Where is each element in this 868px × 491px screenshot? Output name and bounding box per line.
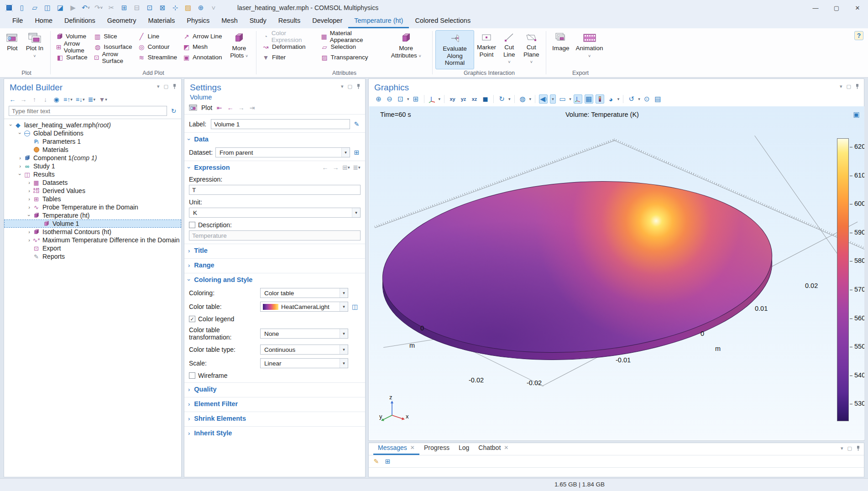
expand-icon[interactable]: › xyxy=(26,229,32,235)
pin-icon[interactable] xyxy=(855,84,859,89)
rotate-view-icon[interactable]: ↻ xyxy=(497,94,506,104)
maximize-button[interactable]: ▢ xyxy=(826,0,847,16)
expand-icon[interactable]: › xyxy=(17,163,23,169)
tab-results[interactable]: Results xyxy=(272,15,306,28)
view-xz-icon[interactable]: xz xyxy=(470,94,479,104)
tab-log[interactable]: Log xyxy=(454,442,474,455)
tree-item-max-temp-difference[interactable]: › ∿* Maximum Temperature Difference in t… xyxy=(4,236,181,244)
tree-item-parameters[interactable]: Pᵢ Parameters 1 xyxy=(4,137,181,146)
render-options-icon[interactable]: ▭ xyxy=(558,94,567,104)
mesh-button[interactable]: ◩ Mesh xyxy=(180,42,225,52)
collapse-icon[interactable]: › xyxy=(26,212,32,219)
tab-colored-selections[interactable]: Colored Selections xyxy=(409,15,476,28)
arrow-volume-button[interactable]: ⊞ Arrow Volume xyxy=(53,42,91,52)
collapse-icon[interactable]: › xyxy=(8,122,14,128)
show-icon[interactable]: ◉ xyxy=(52,95,60,104)
model-tree-filter-icon[interactable]: ▼▾ xyxy=(99,95,107,104)
settings-plot-button[interactable]: Plot xyxy=(201,104,212,111)
highlight-region-icon[interactable]: ▨ xyxy=(183,2,193,13)
expand-icon[interactable]: › xyxy=(26,196,32,202)
color-palette-icon[interactable]: ◕ xyxy=(607,94,615,104)
play-icon[interactable]: ▶ xyxy=(68,2,78,13)
section-data[interactable]: › Data xyxy=(184,132,365,146)
color-table-transformation-select[interactable]: None▾ xyxy=(260,329,348,339)
tab-temperature-ht[interactable]: Temperature (ht) xyxy=(348,15,409,28)
tab-file[interactable]: File xyxy=(6,15,29,28)
chevron-down-icon[interactable]: ▾ xyxy=(529,97,532,101)
paste-icon[interactable]: ⊟ xyxy=(131,2,142,13)
tree-filter-input[interactable] xyxy=(9,106,167,116)
section-expression[interactable]: › Expression ← → ⊞▾ ≣▾ xyxy=(184,161,365,174)
tree-item-component[interactable]: › Component 1 (comp 1) xyxy=(4,154,181,162)
edit-dataset-icon[interactable]: ⊞ xyxy=(353,148,361,157)
plot-properties-icon[interactable]: ▣ xyxy=(852,110,861,119)
dataset-select[interactable]: From parent▾ xyxy=(215,147,350,157)
material-appearance-button[interactable]: ▦ Material Appearance xyxy=(318,31,383,42)
open-icon[interactable]: ▱ xyxy=(29,2,40,13)
selection-button[interactable]: ▱ Selection xyxy=(318,42,383,52)
refresh-filter-icon[interactable]: ↻ xyxy=(170,107,178,115)
cut-icon[interactable]: ✂ xyxy=(106,2,117,13)
panel-menu-icon[interactable]: ▾ xyxy=(157,84,160,89)
tab-geometry[interactable]: Geometry xyxy=(101,15,142,28)
tree-item-results[interactable]: › ◫ Results xyxy=(4,170,181,178)
plot-icon[interactable] xyxy=(189,104,198,111)
redo-icon[interactable]: ↷˅ xyxy=(93,2,104,13)
close-icon[interactable]: ✕ xyxy=(504,444,508,451)
plot-in-button[interactable]: Plot In ˅ xyxy=(22,30,47,61)
section-quality[interactable]: › Quality xyxy=(184,382,365,396)
tab-materials[interactable]: Materials xyxy=(142,15,181,28)
tree-item-study[interactable]: › ∞ Study 1 xyxy=(4,162,181,170)
copy-icon[interactable]: ⊞ xyxy=(119,2,130,13)
expand-icon[interactable]: › xyxy=(26,237,32,243)
float-panel-icon[interactable]: ▢ xyxy=(847,445,852,451)
tree-item-isothermal-contours[interactable]: › Isothermal Contours (ht) xyxy=(4,228,181,236)
tree-item-probe-temperature[interactable]: › ∿ Probe Temperature in the Domain xyxy=(4,203,181,211)
tab-progress[interactable]: Progress xyxy=(419,442,454,455)
previous-solution-icon[interactable]: ← xyxy=(226,104,234,112)
section-title[interactable]: › Title xyxy=(184,244,365,257)
node-group-icon[interactable]: ≣▾ xyxy=(88,95,95,104)
tree-item-materials[interactable]: Materials xyxy=(4,146,181,154)
float-panel-icon[interactable]: ▢ xyxy=(164,84,168,89)
expand-icon[interactable]: › xyxy=(17,155,23,161)
next-solution-icon[interactable]: → xyxy=(237,104,245,112)
surface-button[interactable]: ◧ Surface xyxy=(53,52,91,63)
evaluate-along-normal-button[interactable]: Evaluate Along Normal xyxy=(435,30,474,69)
new-file-icon[interactable]: ▯ xyxy=(16,2,27,13)
zoom-box-icon[interactable]: ⊡ xyxy=(396,94,405,104)
delete-icon[interactable]: ⊠ xyxy=(157,2,168,13)
collapse-icon[interactable]: › xyxy=(17,171,23,178)
help-icon[interactable]: ? xyxy=(854,31,863,40)
unit-select[interactable]: K▾ xyxy=(189,208,361,218)
animation-button[interactable]: Animation˅ xyxy=(573,30,607,61)
collapse-icon[interactable]: › xyxy=(17,130,23,136)
tab-home[interactable]: Home xyxy=(29,15,58,28)
expand-icon[interactable]: › xyxy=(26,188,32,193)
tab-chatbot[interactable]: Chatbot✕ xyxy=(474,442,513,455)
next-node-icon[interactable]: → xyxy=(20,95,27,104)
last-solution-icon[interactable]: ⇥ xyxy=(248,104,256,112)
view-yz-icon[interactable]: yz xyxy=(459,94,468,104)
panel-menu-icon[interactable]: ▾ xyxy=(341,84,344,89)
tab-mesh[interactable]: Mesh xyxy=(215,15,243,28)
section-range[interactable]: › Range xyxy=(184,258,365,272)
expand-all-icon[interactable]: ≡↑▾ xyxy=(63,95,73,104)
previous-expression-icon[interactable]: ← xyxy=(321,163,329,172)
description-checkbox[interactable] xyxy=(189,222,195,228)
expression-menu-icon[interactable]: ≣▾ xyxy=(353,163,361,172)
tree-item-volume-1[interactable]: Volume 1 xyxy=(4,219,181,228)
minimize-button[interactable]: — xyxy=(805,0,826,16)
next-expression-icon[interactable]: → xyxy=(332,163,340,172)
chevron-down-icon[interactable]: ▾ xyxy=(550,94,556,104)
coloring-select[interactable]: Color table▾ xyxy=(260,288,348,298)
zoom-extents-icon[interactable]: ⊞ xyxy=(412,94,420,104)
color-expression-button[interactable]: ◔ Color Expression xyxy=(259,31,318,42)
more-attributes-button[interactable]: More Attributes ˅ xyxy=(382,30,429,61)
pin-icon[interactable] xyxy=(356,84,361,89)
tab-study[interactable]: Study xyxy=(244,15,272,28)
section-shrink-elements[interactable]: › Shrink Elements xyxy=(184,412,365,425)
tree-item-global-definitions[interactable]: › Global Definitions xyxy=(4,129,181,137)
color-legend-checkbox[interactable]: ✓ xyxy=(189,316,195,322)
chevron-down-icon[interactable]: ▾ xyxy=(638,97,640,101)
